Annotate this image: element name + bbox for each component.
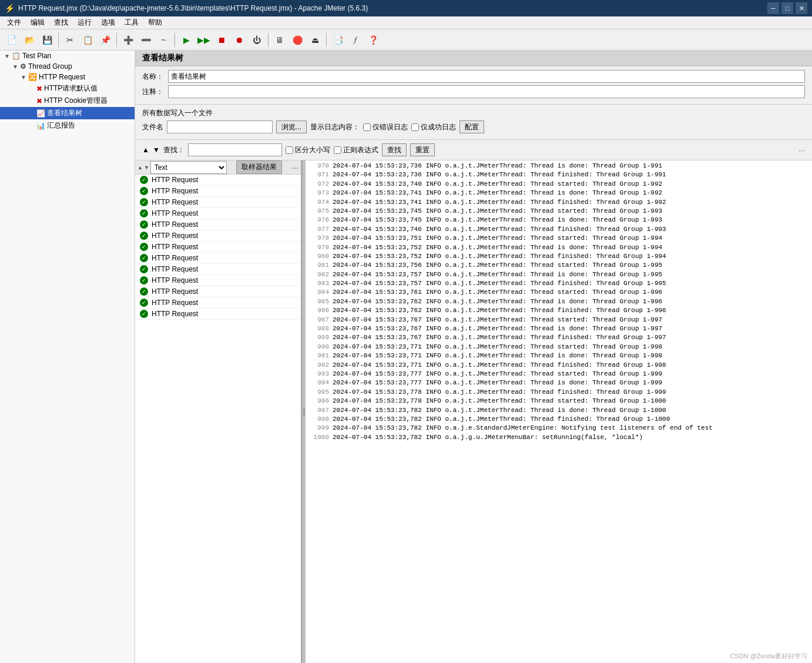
down-arrow-icon: ▼	[153, 146, 160, 154]
error-log-label[interactable]: 仅错误日志	[363, 122, 408, 132]
tree-item-view-results[interactable]: 📈 查看结果树	[0, 107, 135, 119]
result-item[interactable]: ✓HTTP Request	[135, 309, 301, 320]
regex-checkbox[interactable]	[334, 146, 341, 154]
tree-item-test-plan[interactable]: ▼ 📋 Test Plan	[0, 51, 135, 61]
remote-shutdown-button[interactable]: ⏏	[307, 32, 323, 48]
log-line-num: 977	[308, 225, 329, 234]
run-button[interactable]: ▶	[178, 32, 194, 48]
log-line-num: 993	[308, 370, 329, 379]
stop-button[interactable]: ⏹	[213, 32, 230, 48]
new-button[interactable]: 📄	[4, 32, 20, 48]
sampler-results-tab[interactable]: 取样器结果	[236, 160, 282, 174]
tree-arrow-http-request: ▼	[21, 74, 26, 81]
result-items-container: ✓HTTP Request✓HTTP Request✓HTTP Request✓…	[135, 175, 301, 320]
toolbar-sep-4	[268, 33, 269, 47]
tree-item-http-cookie[interactable]: ✖ HTTP Cookie管理器	[0, 95, 135, 107]
result-item[interactable]: ✓HTTP Request	[135, 197, 301, 208]
result-item[interactable]: ✓HTTP Request	[135, 286, 301, 297]
search-row: ▲ ▼ 查找： 区分大小写 正则表达式 查找 重置 ···	[142, 143, 805, 156]
tree-item-summary[interactable]: 📊 汇总报告	[0, 119, 135, 132]
result-item[interactable]: ✓HTTP Request	[135, 186, 301, 197]
help-button[interactable]: ❓	[365, 32, 381, 48]
menu-options[interactable]: 选项	[96, 16, 120, 29]
log-line-num: 989	[308, 333, 329, 342]
menu-find[interactable]: 查找	[49, 16, 73, 29]
log-line-num: 998	[308, 415, 329, 424]
result-item[interactable]: ✓HTTP Request	[135, 275, 301, 286]
maximize-button[interactable]: □	[781, 2, 793, 14]
log-line: 9972024-07-04 15:53:23,782 INFO o.a.j.t.…	[308, 406, 810, 415]
result-item[interactable]: ✓HTTP Request	[135, 264, 301, 275]
result-item[interactable]: ✓HTTP Request	[135, 219, 301, 230]
filename-input[interactable]	[167, 120, 273, 133]
result-label: HTTP Request	[152, 187, 198, 195]
menu-edit[interactable]: 编辑	[26, 16, 49, 29]
file-write-label: 所有数据写入一个文件	[142, 108, 213, 118]
result-label: HTTP Request	[152, 220, 198, 229]
search-label: 查找：	[163, 145, 184, 155]
regex-label[interactable]: 正则表达式	[334, 145, 378, 155]
menu-run[interactable]: 运行	[73, 16, 96, 29]
reset-button[interactable]: 重置	[410, 143, 435, 156]
case-sensitive-checkbox[interactable]	[286, 146, 293, 154]
log-line: 9862024-07-04 15:53:23,762 INFO o.a.j.t.…	[308, 306, 810, 315]
find-button[interactable]: 查找	[382, 143, 407, 156]
copy-button[interactable]: 📋	[79, 32, 96, 48]
thread-group-icon: ⚙	[20, 62, 26, 71]
result-item[interactable]: ✓HTTP Request	[135, 230, 301, 242]
save-button[interactable]: 💾	[39, 32, 55, 48]
search-input[interactable]	[188, 143, 282, 156]
text-format-dropdown[interactable]: Text RegExp Tester CSS/JQuery Tester XPa…	[150, 161, 227, 174]
name-input[interactable]	[168, 70, 805, 83]
tree-item-http-request[interactable]: ▼ 🔀 HTTP Request	[0, 72, 135, 82]
cut-button[interactable]: ✂	[62, 32, 78, 48]
success-log-checkbox[interactable]	[411, 123, 419, 131]
vsplit-dot-2	[303, 411, 305, 413]
minimize-button[interactable]: ─	[767, 2, 779, 14]
paste-button[interactable]: 📌	[97, 32, 113, 48]
browse-button[interactable]: 浏览...	[276, 120, 307, 133]
shutdown-button[interactable]: ⏻	[249, 32, 265, 48]
log-line-num: 975	[308, 207, 329, 216]
expand-button[interactable]: ➕	[120, 32, 136, 48]
template-button[interactable]: 📑	[330, 32, 346, 48]
tree-label-thread-group: Thread Group	[28, 62, 72, 71]
result-item[interactable]: ✓HTTP Request	[135, 242, 301, 253]
result-ok-icon: ✓	[140, 176, 148, 184]
tree-item-thread-group[interactable]: ▼ ⚙ Thread Group	[0, 61, 135, 72]
menu-tools[interactable]: 工具	[120, 16, 143, 29]
stop-all-button[interactable]: ⏺	[231, 32, 247, 48]
result-item[interactable]: ✓HTTP Request	[135, 297, 301, 309]
menu-file[interactable]: 文件	[2, 16, 26, 29]
config-button[interactable]: 配置	[459, 120, 484, 133]
vsplit-dot-1	[303, 408, 305, 410]
open-button[interactable]: 📂	[21, 32, 38, 48]
clear-all-button[interactable]: ~	[155, 32, 172, 48]
log-line: 9822024-07-04 15:53:23,757 INFO o.a.j.t.…	[308, 270, 810, 279]
remote-stop-button[interactable]: 🛑	[289, 32, 306, 48]
tree-item-http-defaults[interactable]: ✖ HTTP请求默认值	[0, 82, 135, 95]
close-button[interactable]: ✕	[796, 2, 807, 14]
remote-start-button[interactable]: 🖥	[271, 32, 288, 48]
function-button[interactable]: 𝑓	[347, 32, 364, 48]
log-line: 9772024-07-04 15:53:23,746 INFO o.a.j.t.…	[308, 225, 810, 234]
result-item[interactable]: ✓HTTP Request	[135, 253, 301, 264]
toolbar: 📄 📂 💾 ✂ 📋 📌 ➕ ➖ ~ ▶ ▶▶ ⏹ ⏺ ⏻ 🖥 🛑 ⏏ 📑 𝑓 ❓	[0, 29, 812, 51]
menu-help[interactable]: 帮助	[143, 16, 167, 29]
error-log-checkbox[interactable]	[363, 123, 371, 131]
log-line-num: 973	[308, 189, 329, 197]
result-item[interactable]: ✓HTTP Request	[135, 208, 301, 219]
filename-label: 文件名	[142, 122, 163, 132]
results-toolbar: ▲ ▼ Text RegExp Tester CSS/JQuery Tester…	[135, 160, 301, 175]
case-sensitive-label[interactable]: 区分大小写	[286, 145, 330, 155]
log-line-num: 974	[308, 198, 329, 207]
tree-label-summary: 汇总报告	[47, 120, 75, 130]
vsplit-dots	[303, 408, 305, 416]
log-line-num: 972	[308, 180, 329, 189]
collapse-button[interactable]: ➖	[137, 32, 154, 48]
comment-input[interactable]	[168, 85, 805, 98]
result-item[interactable]: ✓HTTP Request	[135, 175, 301, 186]
run-all-button[interactable]: ▶▶	[196, 32, 212, 48]
file-write-section: 所有数据写入一个文件 文件名 浏览... 显示日志内容： 仅错误日志 仅成功日志…	[135, 105, 812, 140]
success-log-label[interactable]: 仅成功日志	[411, 122, 456, 132]
